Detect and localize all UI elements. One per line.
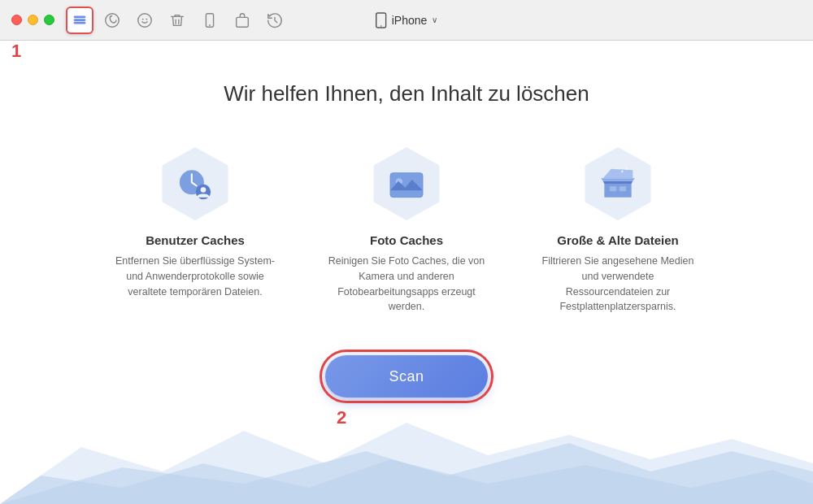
- feature-benutzer: Benutzer Caches Entfernen Sie überflüssi…: [114, 147, 276, 299]
- chevron-down-icon: ∨: [432, 15, 437, 24]
- device-icon[interactable]: [196, 7, 224, 34]
- close-button[interactable]: [11, 15, 22, 25]
- svg-rect-18: [610, 186, 616, 191]
- svg-point-4: [138, 13, 152, 27]
- trash-icon[interactable]: [163, 7, 191, 34]
- smiley-icon[interactable]: [131, 7, 159, 34]
- foto-title: Foto Caches: [370, 233, 443, 247]
- bag-icon[interactable]: [228, 7, 256, 34]
- feature-foto: Foto Caches Reinigen Sie Foto Caches, di…: [325, 147, 488, 315]
- svg-point-8: [209, 24, 211, 26]
- device-indicator[interactable]: iPhone ∨: [376, 12, 438, 28]
- grosse-icon: [598, 163, 638, 204]
- iphone-small-icon: [376, 12, 387, 28]
- benutzer-desc: Entfernen Sie überflüssige System- und A…: [114, 254, 276, 299]
- maximize-button[interactable]: [44, 15, 54, 25]
- svg-rect-0: [74, 19, 86, 21]
- svg-rect-1: [74, 21, 86, 24]
- scan-button-wrapper: Scan 2: [325, 355, 488, 398]
- svg-point-6: [146, 18, 147, 20]
- foto-icon: [386, 163, 427, 204]
- benutzer-icon-container: [159, 147, 232, 220]
- svg-point-14: [201, 187, 207, 193]
- device-name: iPhone: [392, 14, 428, 27]
- foto-desc: Reinigen Sie Foto Caches, die von Kamera…: [325, 254, 488, 315]
- scan-button[interactable]: Scan: [325, 355, 488, 398]
- history-icon[interactable]: [261, 7, 289, 34]
- mountain-decoration: [0, 406, 813, 504]
- svg-rect-19: [620, 186, 626, 191]
- svg-rect-9: [237, 17, 249, 27]
- svg-rect-2: [74, 15, 86, 18]
- main-content: Wir helfen Ihnen, den Inhalt zu löschen …: [0, 41, 813, 504]
- phone-icon[interactable]: [98, 7, 126, 34]
- foto-icon-container: [370, 147, 443, 220]
- titlebar: iPhone ∨: [0, 0, 813, 41]
- grosse-title: Große & Alte Dateien: [557, 233, 678, 247]
- cleanup-icon[interactable]: [66, 7, 93, 34]
- feature-grosse: Große & Alte Dateien Filtrieren Sie ange…: [537, 147, 699, 315]
- minimize-button[interactable]: [28, 15, 38, 25]
- step-1-label: 1: [11, 42, 21, 60]
- traffic-lights: [11, 15, 54, 25]
- grosse-desc: Filtrieren Sie angesehene Medien und ver…: [537, 254, 699, 315]
- benutzer-icon: [175, 163, 215, 204]
- grosse-icon-container: [581, 147, 654, 220]
- features-row: Benutzer Caches Entfernen Sie überflüssi…: [114, 147, 699, 315]
- svg-point-11: [380, 25, 382, 27]
- benutzer-title: Benutzer Caches: [146, 233, 245, 247]
- svg-point-5: [142, 18, 144, 20]
- page-title: Wir helfen Ihnen, den Inhalt zu löschen: [224, 81, 589, 106]
